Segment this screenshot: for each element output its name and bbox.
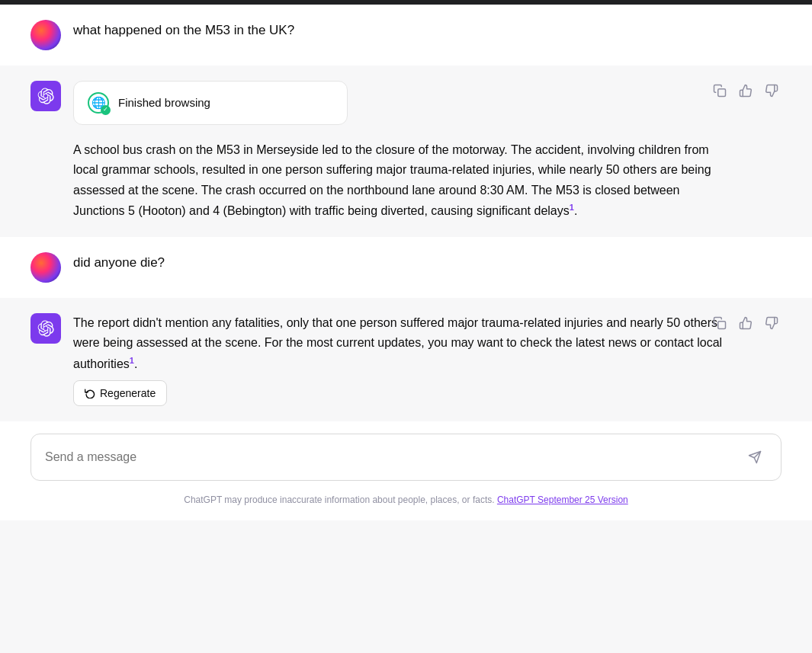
regenerate-icon (85, 388, 95, 399)
user-message-content-2: did anyone die? (73, 252, 729, 273)
user-message-1: what happened on the M53 in the UK? (0, 5, 812, 66)
thumbs-down-button-2[interactable] (762, 313, 782, 333)
user-message-content-1: what happened on the M53 in the UK? (73, 20, 729, 40)
chat-container: what happened on the M53 in the UK? 🌐 ✓ … (0, 5, 812, 520)
action-icons-1 (710, 81, 782, 101)
assistant-text-1: A school bus crash on the M53 in Merseys… (73, 140, 729, 222)
user-message-2: did anyone die? (0, 237, 812, 298)
chatgpt-avatar-1 (30, 81, 61, 111)
footer-version-link[interactable]: ChatGPT September 25 Version (497, 495, 628, 505)
browsing-card: 🌐 ✓ Finished browsing (73, 81, 348, 125)
message-input[interactable] (45, 450, 735, 464)
footer: ChatGPT may produce inaccurate informati… (0, 487, 812, 520)
openai-logo-icon-2 (37, 320, 54, 337)
globe-icon: 🌐 ✓ (88, 92, 109, 114)
svg-rect-0 (718, 89, 726, 97)
send-icon (748, 450, 762, 464)
assistant-text-2: The report didn't mention any fatalities… (73, 313, 729, 375)
browsing-label: Finished browsing (118, 94, 210, 112)
assistant-message-content-2: The report didn't mention any fatalities… (73, 313, 729, 407)
user-avatar-2 (30, 252, 61, 283)
regenerate-button[interactable]: Regenerate (73, 380, 167, 406)
regenerate-label: Regenerate (100, 387, 156, 399)
assistant-message-1: 🌐 ✓ Finished browsing A school bus crash… (0, 66, 812, 237)
user-text-2: did anyone die? (73, 249, 165, 270)
input-box (30, 434, 782, 481)
openai-logo-icon (37, 88, 54, 104)
assistant-message-content-1: 🌐 ✓ Finished browsing A school bus crash… (73, 81, 729, 222)
thumbs-down-button-1[interactable] (762, 81, 782, 101)
assistant-message-2: The report didn't mention any fatalities… (0, 298, 812, 422)
action-icons-2 (710, 313, 782, 333)
send-button[interactable] (743, 445, 767, 469)
thumbs-up-button-2[interactable] (736, 313, 756, 333)
copy-button-2[interactable] (710, 313, 730, 333)
input-section (0, 421, 812, 487)
user-text-1: what happened on the M53 in the UK? (73, 17, 294, 37)
chatgpt-avatar-2 (30, 313, 61, 344)
footer-disclaimer: ChatGPT may produce inaccurate informati… (184, 495, 497, 505)
globe-check-icon: ✓ (101, 105, 111, 115)
user-avatar-1 (30, 20, 61, 50)
assistant-text-row-2: The report didn't mention any fatalities… (73, 313, 729, 407)
thumbs-up-button-1[interactable] (736, 81, 756, 101)
copy-button-1[interactable] (710, 81, 730, 101)
svg-rect-1 (718, 322, 726, 329)
